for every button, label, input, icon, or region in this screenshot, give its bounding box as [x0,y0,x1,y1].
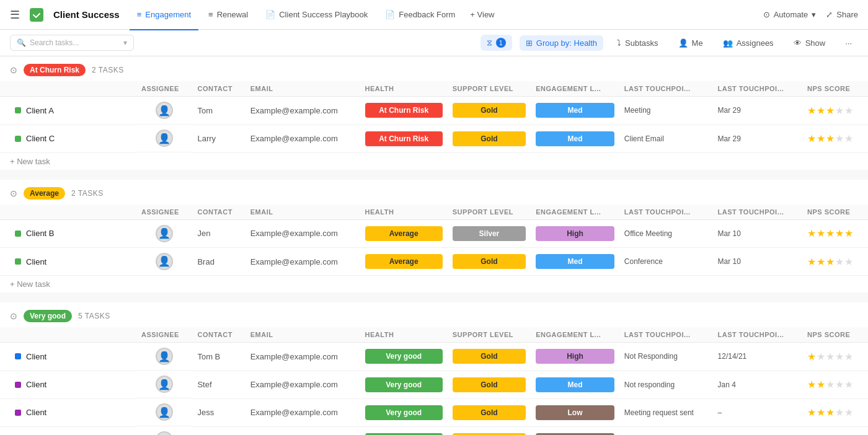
support-cell: Gold [448,343,531,371]
col-assignee: ASSIGNEE [136,81,192,97]
group-toggle-average[interactable]: ⊙ [10,188,17,198]
health-badge: At Churn Risk [365,131,443,146]
full-star: ★ [807,227,816,239]
task-name: Client B [26,229,55,238]
avatar: 👤 [156,225,173,242]
col-engagement-l: ENGAGEMENT L... [531,81,619,97]
full-star: ★ [817,227,825,239]
engagement-cell: High [531,219,619,248]
new-task-row-churn[interactable]: + New task [0,152,868,170]
table-row[interactable]: Client A 👤 Tom Example@example.com At Ch… [0,97,868,125]
task-name: Client [26,352,46,361]
me-button[interactable]: 👤 Me [672,35,709,51]
subtasks-icon: ⤵ [617,38,621,48]
top-bar: ☰ Client Success ≡ Engagement ≡ Renewal … [0,0,868,30]
nps-stars: ★★★★★ [807,406,863,418]
renewal-tab-icon: ≡ [208,10,213,19]
avatar-icon: 👤 [158,351,170,362]
group-toggle-verygood[interactable]: ⊙ [10,311,17,321]
assignees-button[interactable]: 👥 Assignees [717,35,780,51]
group-toggle-churn[interactable]: ⊙ [10,65,17,75]
task-cell: Client [0,398,136,426]
support-badge: Gold [453,349,526,364]
support-badge: Gold [453,254,526,269]
health-cell: At Churn Risk [360,125,448,152]
col-task [0,204,136,220]
share-button[interactable]: ⤢ Share [826,10,858,19]
filter-icon: ⧖ [487,38,492,48]
show-button[interactable]: 👁 Show [787,35,832,51]
nps-cell: ★★★★★ [802,125,868,152]
new-task-link[interactable]: + New task [10,157,858,166]
group-header-average: ⊙ Average 2 TASKS [0,180,868,204]
nps-cell: ★★★★★ [802,398,868,426]
table-row[interactable]: Client 👤 Tom B Example@example.com Very … [0,343,868,371]
task-cell: Client C [0,125,136,152]
col-email: EMAIL [246,81,360,97]
group-spacer [0,170,868,180]
more-options-button[interactable]: ··· [839,35,858,51]
add-view-button[interactable]: + View [465,6,499,23]
empty-star: ★ [844,406,853,418]
support-badge: Silver [453,226,526,241]
table-row[interactable]: New Client 👤 Tom A Example@example.com V… [0,426,868,435]
contact-cell: Larry [192,125,245,152]
tab-engagement[interactable]: ≡ Engagement [130,6,198,23]
contact-cell: Tom [192,97,245,125]
support-cell: Gold [448,97,531,125]
empty-star: ★ [844,133,853,144]
full-star: ★ [826,227,835,239]
engagement-badge: High [536,226,614,241]
col-health: HEALTH [360,327,448,343]
new-task-row-average[interactable]: + New task [0,276,868,293]
playbook-tab-icon: 📄 [265,10,275,19]
col-last-touchpoi: LAST TOUCHPOI... [619,81,713,97]
filter-button[interactable]: ⧖ 1 [480,35,512,51]
table-row[interactable]: Client 👤 Stef Example@example.com Very g… [0,371,868,398]
touchpoint-type-cell: Conference [619,248,713,276]
subtasks-button[interactable]: ⤵ Subtasks [611,35,664,51]
automate-button[interactable]: ⊙ Automate ▾ [763,10,817,19]
group-header-verygood: ⊙ Very good 5 TASKS [0,302,868,327]
group-by-button[interactable]: ⊞ Group by: Health [520,35,603,51]
engagement-cell: Med [531,125,619,152]
col-contact: CONTACT [192,204,245,220]
col-health: HEALTH [360,81,448,97]
search-dropdown-icon: ▾ [123,38,127,47]
contact-cell: Jen [192,219,245,248]
assignee-cell: 👤 [136,343,192,371]
table-row[interactable]: Client B 👤 Jen Example@example.com Avera… [0,219,868,248]
me-label: Me [692,38,703,48]
health-cell: Very good [360,343,448,371]
table-row[interactable]: Client 👤 Jess Example@example.com Very g… [0,398,868,426]
toolbar-right: ⧖ 1 ⊞ Group by: Health ⤵ Subtasks 👤 Me 👥… [480,35,858,51]
automate-icon: ⊙ [763,10,770,19]
engagement-tab-label: Engagement [145,10,191,19]
tab-renewal[interactable]: ≡ Renewal [201,6,255,23]
table-row[interactable]: Client 👤 Brad Example@example.com Averag… [0,248,868,276]
search-box[interactable]: 🔍 Search tasks... ▾ [10,35,134,51]
group-header-churn: ⊙ At Churn Risk 2 TASKS [0,56,868,81]
new-task-link[interactable]: + New task [10,279,858,289]
health-cell: Very good [360,371,448,398]
support-cell: Gold [448,426,531,435]
group-task-count-churn: 2 TASKS [92,66,124,74]
engagement-badge: Med [536,377,614,392]
engagement-badge: Med [536,103,614,118]
contact-cell: Stef [192,371,245,398]
touchpoint-type-cell: Not Responding [619,343,713,371]
tab-client-success-playbook[interactable]: 📄 Client Success Playbook [258,6,375,23]
task-name: Client [26,380,46,389]
tab-feedback-form[interactable]: 📄 Feedback Form [378,6,463,23]
col-support-level: SUPPORT LEVEL [448,81,531,97]
touchpoint-date-cell: Mar 29 [713,97,803,125]
email-cell: Example@example.com [246,248,360,276]
table-row[interactable]: Client C 👤 Larry Example@example.com At … [0,125,868,152]
hamburger-icon[interactable]: ☰ [10,8,20,22]
col-task [0,81,136,97]
nps-stars: ★★★★★ [807,351,863,362]
assignee-cell: 👤 [136,426,192,435]
avatar-icon: 👤 [158,406,170,418]
nps-cell: ★★★★★ [802,343,868,371]
task-name: Client [26,257,46,266]
